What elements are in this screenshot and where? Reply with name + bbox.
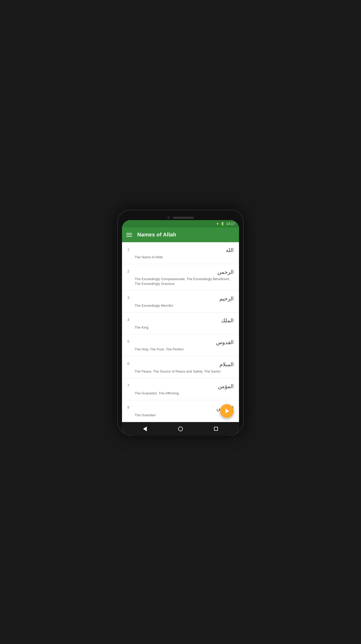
home-icon bbox=[178, 427, 183, 431]
item-number: 3 bbox=[127, 295, 135, 300]
item-number: 2 bbox=[127, 268, 135, 273]
item-content: الله The Name of Allah bbox=[135, 246, 234, 260]
item-number: 1 bbox=[127, 246, 135, 251]
item-translation: The Holy, The Pure, The Perfect bbox=[135, 347, 234, 352]
camera-dot bbox=[167, 216, 170, 219]
back-icon bbox=[143, 427, 147, 431]
list-item[interactable]: 5 القدوس The Holy, The Pure, The Perfect bbox=[122, 334, 239, 356]
item-number: 7 bbox=[127, 383, 135, 388]
list-item[interactable]: 7 المؤمن The Guarantor, The Affirming bbox=[122, 378, 239, 400]
item-translation: The King bbox=[135, 325, 234, 330]
list-item[interactable]: 1 الله The Name of Allah bbox=[122, 242, 239, 264]
item-content: المؤمن The Guarantor, The Affirming bbox=[135, 383, 234, 396]
recents-icon bbox=[214, 427, 218, 431]
app-title: Names of Allah bbox=[137, 232, 176, 238]
home-button[interactable] bbox=[175, 423, 186, 435]
item-number: 8 bbox=[127, 404, 135, 409]
item-content: القدوس The Holy, The Pure, The Perfect bbox=[135, 339, 234, 352]
phone-screen: ✈ 🔋 13:17 Names of Allah 1 bbox=[122, 220, 239, 436]
hamburger-menu-button[interactable] bbox=[126, 233, 132, 237]
item-content: الملك The King bbox=[135, 317, 234, 330]
item-translation: The Exceedingly Merciful bbox=[135, 303, 234, 308]
phone-notch bbox=[122, 214, 239, 220]
item-arabic: المهيمن bbox=[135, 404, 234, 412]
item-number: 5 bbox=[127, 339, 135, 344]
recents-button[interactable] bbox=[210, 423, 222, 435]
item-content: الرحمن The Exceedingly Compassionate, Th… bbox=[135, 268, 234, 286]
item-content: الرحيم The Exceedingly Merciful bbox=[135, 295, 234, 308]
play-fab-button[interactable] bbox=[220, 404, 234, 418]
back-button[interactable] bbox=[139, 423, 151, 435]
status-icons: ✈ 🔋 13:17 bbox=[216, 222, 235, 226]
list-item[interactable]: 6 السلام The Peace, The Source of Peace … bbox=[122, 356, 239, 378]
nav-bar bbox=[122, 422, 239, 436]
list-item[interactable]: 4 الملك The King bbox=[122, 313, 239, 334]
item-arabic: القدوس bbox=[135, 339, 234, 346]
item-translation: The Peace, The Source of Peace and Safet… bbox=[135, 369, 234, 374]
item-translation: The Name of Allah bbox=[135, 255, 234, 260]
list-item[interactable]: 3 الرحيم The Exceedingly Merciful bbox=[122, 291, 239, 313]
item-number: 6 bbox=[127, 361, 135, 366]
phone-frame: ✈ 🔋 13:17 Names of Allah 1 bbox=[117, 210, 244, 435]
list-item[interactable]: 2 الرحمن The Exceedingly Compassionate, … bbox=[122, 264, 239, 291]
item-arabic: الرحيم bbox=[135, 295, 234, 302]
item-content: السلام The Peace, The Source of Peace an… bbox=[135, 361, 234, 374]
battery-icon: 🔋 bbox=[221, 222, 225, 226]
airplane-icon: ✈ bbox=[216, 222, 219, 226]
item-translation: The Exceedingly Compassionate, The Excee… bbox=[135, 277, 234, 286]
item-number: 4 bbox=[127, 317, 135, 322]
app-bar: Names of Allah bbox=[122, 227, 239, 242]
item-arabic: المؤمن bbox=[135, 383, 234, 390]
item-arabic: السلام bbox=[135, 361, 234, 368]
item-translation: The Guarantor, The Affirming bbox=[135, 391, 234, 396]
status-bar: ✈ 🔋 13:17 bbox=[122, 220, 239, 227]
item-arabic: الرحمن bbox=[135, 268, 234, 276]
item-content: المهيمن The Guardian bbox=[135, 404, 234, 418]
status-time: 13:17 bbox=[226, 222, 235, 226]
content-wrapper: 1 الله The Name of Allah 2 الرحمن The Ex… bbox=[122, 242, 239, 422]
speaker-grille bbox=[173, 217, 194, 219]
item-arabic: الله bbox=[135, 246, 234, 254]
item-arabic: الملك bbox=[135, 317, 234, 324]
names-list: 1 الله The Name of Allah 2 الرحمن The Ex… bbox=[122, 242, 239, 422]
item-translation: The Guardian bbox=[135, 413, 234, 418]
